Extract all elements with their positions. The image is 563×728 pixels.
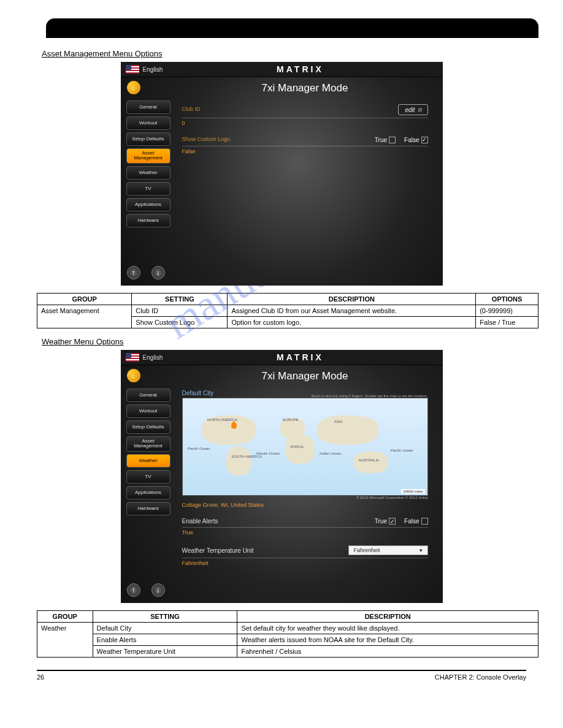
up-arrow-icon[interactable]: ↑ xyxy=(127,266,140,279)
sidebar-item-weather[interactable]: Weather xyxy=(126,454,170,468)
edit-button[interactable]: edit ⦸ xyxy=(398,104,427,115)
true-option[interactable]: True ✓ xyxy=(375,518,396,525)
false-option[interactable]: False ✓ xyxy=(404,137,427,143)
show-custom-logo-value: False xyxy=(182,148,428,154)
table-cell: Assigned Club ID from our Asset Manageme… xyxy=(228,305,476,317)
sidebar-item-general[interactable]: General xyxy=(126,389,170,402)
true-label: True xyxy=(375,137,387,143)
screenshot-topbar: English MATRIX xyxy=(121,62,443,77)
table-cell: Show Custom Logo xyxy=(132,317,228,328)
map-region-label: NORTH AMERICA xyxy=(207,418,237,422)
map-region-label: AUSTRALIA xyxy=(359,458,379,462)
weather-table: GROUP SETTING DESCRIPTION Weather Defaul… xyxy=(37,610,538,658)
checkbox-checked: ✓ xyxy=(421,137,428,143)
club-id-value: 0 xyxy=(182,120,428,126)
map-ocean-label: Atlantic Ocean xyxy=(256,452,280,455)
checkbox-checked: ✓ xyxy=(389,518,396,525)
home-icon[interactable]: ⌂ xyxy=(127,369,140,382)
sidebar-item-setup-defaults[interactable]: Setup Defaults xyxy=(126,420,170,434)
table-cell: Weather alerts issued from NOAA site for… xyxy=(237,634,538,646)
sidebar-item-applications[interactable]: Applications xyxy=(126,486,170,499)
screenshot-asset-management: English MATRIX ⌂ General Workout Setup D… xyxy=(121,62,443,286)
down-arrow-icon[interactable]: ↓ xyxy=(151,266,165,279)
asset-management-table: GROUP SETTING DESCRIPTION OPTIONS Asset … xyxy=(37,293,538,328)
show-custom-logo-label: Show Custom Logo xyxy=(182,136,231,142)
table-cell: Club ID xyxy=(132,305,228,317)
sidebar-item-setup-defaults[interactable]: Setup Defaults xyxy=(126,132,170,146)
edit-button-label: edit xyxy=(405,107,415,113)
up-arrow-icon[interactable]: ↑ xyxy=(127,583,140,597)
temp-unit-value: Fahrenheit xyxy=(182,560,428,566)
language-label: English xyxy=(143,354,163,361)
map-region-label: EUROPE xyxy=(283,418,298,422)
pencil-icon: ⦸ xyxy=(418,106,421,113)
map-ocean-label: Pacific Ocean xyxy=(391,449,413,452)
sidebar-item-tv[interactable]: TV xyxy=(126,470,170,483)
section-title-weather: Weather Menu Options xyxy=(42,337,538,346)
page-number: 26 xyxy=(37,673,44,681)
down-arrow-icon[interactable]: ↓ xyxy=(151,583,165,597)
select-value: Fahrenheit xyxy=(354,547,380,553)
enable-alerts-value: True xyxy=(182,529,428,536)
flag-icon xyxy=(126,65,139,74)
table-cell: False / True xyxy=(476,317,538,328)
flag-icon xyxy=(126,353,139,362)
false-label: False xyxy=(404,518,419,525)
home-icon[interactable]: ⌂ xyxy=(127,81,140,94)
table-header: OPTIONS xyxy=(476,294,538,305)
map-credit: © 2012 Microsoft Corporation © 2012 Noki… xyxy=(182,496,428,499)
screenshot-weather: English MATRIX ⌂ General Workout Setup D… xyxy=(121,350,443,603)
sidebar-item-tv[interactable]: TV xyxy=(126,182,170,195)
table-header: DESCRIPTION xyxy=(237,611,538,623)
table-cell: Asset Management xyxy=(37,305,132,328)
default-city-label: Default City xyxy=(182,390,214,396)
section-title-asset: Asset Management Menu Options xyxy=(42,49,538,58)
sidebar-item-asset-management[interactable]: Asset Management xyxy=(126,148,170,164)
table-cell: Weather xyxy=(37,623,93,658)
sidebar-item-hardware[interactable]: Hardware xyxy=(126,214,170,227)
sidebar-item-workout[interactable]: Workout xyxy=(126,404,170,418)
header-black-bar xyxy=(46,18,538,38)
table-cell: Fahrenheit / Celsius xyxy=(237,646,538,658)
brand-label: MATRIX xyxy=(163,64,437,74)
sidebar-item-hardware[interactable]: Hardware xyxy=(126,502,170,515)
false-label: False xyxy=(404,137,419,143)
world-map[interactable]: NORTH AMERICA EUROPE ASIA AFRICA SOUTH A… xyxy=(182,398,428,496)
table-cell: (0-999999) xyxy=(476,305,538,317)
chapter-label: CHAPTER 2: Console Overlay xyxy=(435,673,526,681)
mode-title: 7xi Manager Mode xyxy=(182,370,428,382)
sidebar-item-weather[interactable]: Weather xyxy=(126,166,170,180)
table-header: DESCRIPTION xyxy=(228,294,476,305)
map-marker-icon xyxy=(231,422,237,429)
true-option[interactable]: True xyxy=(375,137,396,143)
map-region-label: AFRICA xyxy=(290,445,304,449)
chevron-down-icon: ▾ xyxy=(419,547,423,553)
temp-unit-select[interactable]: Fahrenheit ▾ xyxy=(348,545,428,555)
club-id-label: Club ID xyxy=(182,106,201,112)
table-cell: Option for custom logo. xyxy=(228,317,476,328)
true-label: True xyxy=(375,518,387,525)
table-header: SETTING xyxy=(132,294,228,305)
enable-alerts-label: Enable Alerts xyxy=(182,518,218,525)
checkbox-unchecked xyxy=(389,137,396,143)
table-cell: Default City xyxy=(93,623,237,634)
sidebar-item-applications[interactable]: Applications xyxy=(126,198,170,211)
language-label: English xyxy=(143,66,163,73)
table-header: SETTING xyxy=(93,611,237,623)
mode-title: 7xi Manager Mode xyxy=(182,82,428,94)
footer-rule xyxy=(37,670,526,671)
table-header: GROUP xyxy=(37,611,93,623)
map-ocean-label: Indian Ocean xyxy=(320,452,342,455)
brand-label: MATRIX xyxy=(163,352,437,362)
sidebar-item-general[interactable]: General xyxy=(126,100,170,114)
sidebar-item-asset-management[interactable]: Asset Management xyxy=(126,436,170,452)
table-cell: Weather Temperature Unit xyxy=(93,646,237,658)
false-option[interactable]: False xyxy=(404,518,427,525)
map-scale: 10000 miles xyxy=(401,489,424,494)
temp-unit-label: Weather Temperature Unit xyxy=(182,547,254,554)
table-cell: Set default city for weather they would … xyxy=(237,623,538,634)
checkbox-unchecked xyxy=(421,518,428,525)
table-header: GROUP xyxy=(37,294,132,305)
sidebar-item-workout[interactable]: Workout xyxy=(126,116,170,130)
map-ocean-label: Pacific Ocean xyxy=(187,447,210,450)
